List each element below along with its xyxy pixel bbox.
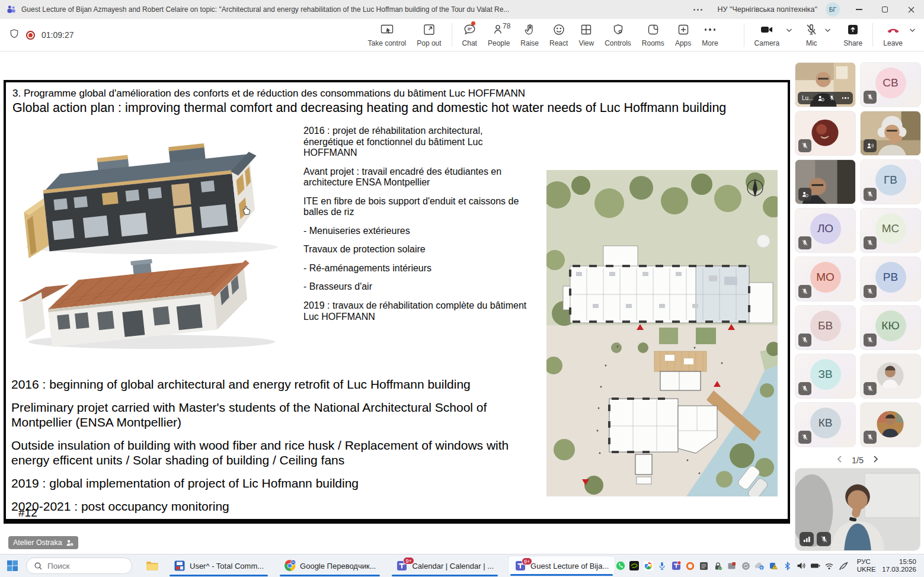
recording-indicator-icon (26, 31, 35, 40)
camera-options-chevron-icon[interactable] (786, 24, 792, 35)
minimize-button[interactable] (846, 0, 872, 19)
participant-tile-initials[interactable]: МС (860, 208, 921, 253)
participant-tile-initials[interactable]: СВ (860, 62, 921, 107)
pen-icon[interactable] (838, 561, 848, 571)
participant-tile-initials[interactable]: ГВ (860, 159, 921, 204)
running-indicator (170, 575, 268, 576)
taskbar-app-google-translate[interactable]: Google Переводчик... (278, 556, 382, 576)
react-button[interactable]: React (544, 21, 573, 49)
participant-tile-video[interactable] (860, 111, 921, 156)
chat-button[interactable]: Chat (457, 21, 482, 49)
download-manager-icon[interactable] (685, 561, 695, 571)
mic-button[interactable]: Mic (800, 21, 823, 49)
maximize-button[interactable] (872, 0, 898, 19)
building-3d-renders-image (14, 120, 298, 352)
teams-app-icon (6, 4, 17, 15)
volume-icon[interactable] (797, 561, 807, 571)
controls-button[interactable]: Controls (599, 21, 637, 49)
notes-icon[interactable] (699, 561, 709, 571)
more-button[interactable]: More (696, 21, 723, 49)
presenter-info-icon (66, 539, 73, 547)
slide-french-text: 2016 : projet de réhabilitation architec… (303, 126, 527, 330)
cloud-icon[interactable] (754, 561, 765, 571)
teams-tray-icon[interactable] (671, 561, 681, 571)
photos-icon[interactable] (643, 561, 653, 571)
retrofit-building-render (19, 138, 265, 258)
security-lock-icon[interactable] (713, 561, 723, 571)
close-button[interactable] (898, 0, 924, 19)
sync-icon[interactable] (741, 561, 751, 571)
meeting-toolbar: 01:09:27 Take control Pop out Chat 78 Pe… (0, 19, 924, 52)
rooms-button[interactable]: Rooms (637, 21, 670, 49)
participant-tile-video[interactable] (795, 111, 856, 156)
running-indicator (280, 575, 380, 576)
bluetooth-icon[interactable] (782, 561, 792, 571)
mic-muted-badge (798, 236, 811, 249)
title-bar: Guest Lecture of Bijan Azmayesh and Robe… (0, 0, 924, 19)
search-input[interactable] (47, 562, 124, 570)
taskbar-search[interactable] (26, 557, 132, 574)
start-button[interactable] (6, 559, 19, 572)
existing-building-render (15, 249, 255, 350)
pager-next-icon[interactable] (873, 455, 878, 465)
avatar-initials: КВ (810, 408, 841, 438)
titlebar-more-icon[interactable] (693, 9, 702, 11)
people-button[interactable]: 78 People (482, 21, 515, 49)
camera-button[interactable]: Camera (749, 21, 785, 49)
participant-tile-video-active-speaker[interactable] (795, 159, 856, 204)
file-explorer-icon[interactable] (145, 560, 159, 572)
site-plan-image (546, 170, 778, 496)
running-indicator (392, 575, 498, 576)
participant-tile-initials[interactable]: РВ (860, 257, 921, 302)
participant-tile-photo[interactable] (860, 402, 921, 447)
taskbar-app-teams-calendar[interactable]: 9+ Calendar | Calendar | ... (390, 556, 500, 576)
leave-options-chevron-icon[interactable] (909, 24, 916, 35)
participant-tile-initials[interactable]: БВ (795, 305, 856, 350)
participant-tile-initials[interactable]: КЮ (860, 305, 921, 350)
alert-shield-icon[interactable] (769, 561, 779, 571)
tile-more-icon[interactable] (842, 97, 849, 99)
taskbar-app-teams-meeting[interactable]: 9+ Guest Lecture of Bija... (508, 556, 615, 576)
pager-prev-icon[interactable] (837, 455, 842, 465)
language-indicator[interactable]: РУС UKRE (857, 558, 876, 573)
nvidia-icon[interactable] (629, 561, 640, 571)
participant-tile-initials[interactable]: ЗВ (795, 354, 856, 399)
participant-tile-video[interactable]: Lu... (795, 62, 856, 107)
taskbar-app-total-commander[interactable]: User^ - Total Comm... (168, 556, 270, 576)
avatar-initials: ЛО (810, 213, 841, 244)
featured-participant-video[interactable] (795, 468, 920, 551)
mic-muted-badge (798, 334, 811, 347)
teams-meeting-window: Guest Lecture of Bijan Azmayesh and Robe… (0, 0, 924, 577)
divider (744, 23, 744, 47)
mic-muted-badge (798, 139, 811, 152)
clock[interactable]: 15:50 17.03.2026 (882, 558, 916, 573)
whatsapp-icon[interactable] (615, 561, 625, 571)
battery-icon[interactable] (810, 561, 820, 571)
participant-name-bar: Lu... (798, 92, 853, 104)
pop-out-button[interactable]: Pop out (411, 21, 446, 49)
avatar-initials: РВ (875, 262, 906, 293)
participant-tile-photo[interactable] (860, 354, 921, 399)
take-control-button[interactable]: Take control (363, 21, 412, 49)
participant-tile-initials[interactable]: МО (795, 257, 856, 302)
participant-tile-initials[interactable]: КВ (795, 402, 856, 447)
tenant-name: НУ "Чернігівська політехніка" (718, 5, 817, 14)
package-icon[interactable] (727, 561, 737, 571)
participant-tile-initials[interactable]: ЛО (795, 208, 856, 253)
microphone-icon[interactable] (657, 561, 667, 571)
leave-button[interactable]: Leave (878, 21, 908, 49)
mic-muted-badge (798, 382, 811, 395)
avatar-initials: МО (810, 262, 841, 293)
participants-pager: 1/5 (791, 455, 924, 465)
network-signal-icon (800, 532, 814, 546)
apps-button[interactable]: Apps (670, 21, 696, 49)
wifi-icon[interactable] (824, 561, 835, 571)
spotlight-person-icon (817, 95, 824, 102)
notification-badge: 9+ (403, 557, 414, 565)
mic-options-chevron-icon[interactable] (824, 24, 831, 35)
avatar-initials: МС (875, 213, 906, 244)
view-button[interactable]: View (573, 21, 599, 49)
account-avatar[interactable]: БГ (826, 2, 840, 17)
share-button[interactable]: Share (838, 21, 868, 49)
raise-hand-button[interactable]: Raise (515, 21, 544, 49)
